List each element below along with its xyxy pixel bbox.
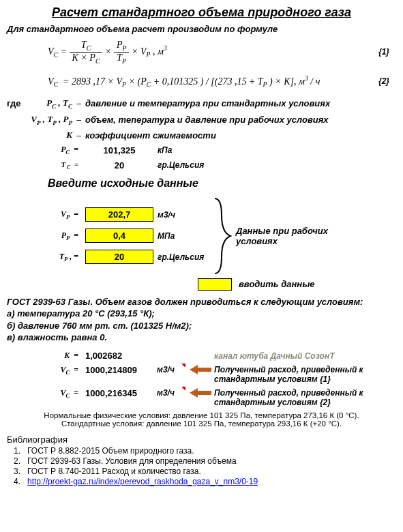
tp-input[interactable]: 20 [85, 250, 153, 264]
bibliography-header: Библиография [7, 434, 396, 445]
page-title: Расчет стандартного объема природного га… [7, 5, 396, 20]
curly-bracket-icon [211, 195, 232, 277]
bib-num: 3. [7, 467, 27, 476]
tp-unit: гр.Цельсия [153, 252, 208, 262]
formula-2: VC = 2893 ,17 × VP × (PC + 0,101325 ) / … [48, 74, 396, 88]
bib-text: ГОСТ Р 8.882-2015 Объем природного газа. [27, 446, 396, 456]
arrow-left-icon [187, 388, 214, 398]
vp-symbol: VP = [7, 209, 85, 220]
tc-unit: гр.Цельсия [153, 160, 208, 170]
vc2-unit: м3/ч [157, 388, 187, 398]
def-desc-1: давление и температура при стандартных у… [85, 98, 396, 108]
pp-symbol: PP = [7, 231, 85, 241]
bib-num: 2. [7, 456, 27, 466]
k-symbol: K = [7, 351, 85, 361]
pc-symbol: PC = [7, 145, 85, 156]
bib-row: 1. ГОСТ Р 8.882-2015 Объем природного га… [7, 446, 396, 456]
def-sym-k: K – [31, 130, 85, 141]
bracket-label: Данные при рабочих условиях [232, 226, 348, 246]
note-2: Стандартные условия: давление 101 325 Па… [7, 419, 396, 428]
gost-line-1: ГОСТ 2939-63 Газы. Объем газов должен пр… [7, 296, 396, 308]
legend-row: вводить данные [198, 278, 396, 291]
vc1-unit: м3/ч [157, 365, 187, 374]
bib-num: 1. [7, 446, 27, 456]
bib-text: ГОСТ 2939-63 Газы. Условия для определен… [27, 456, 396, 466]
vc1-symbol: VC = [7, 365, 85, 376]
def-sym-pc-tc: PC , TC – [31, 98, 85, 110]
vc1-value: 1000,214809 [85, 365, 157, 375]
bib-text: ГОСТ Р 8.740-2011 Расход и количество га… [27, 467, 396, 476]
legend-text: вводить данные [239, 279, 315, 289]
pp-input[interactable]: 0,4 [85, 228, 153, 243]
bib-row: 3. ГОСТ Р 8.740-2011 Расход и количество… [7, 467, 396, 476]
tp-symbol: TP , = [7, 252, 85, 263]
formula-2-body: VC = 2893 ,17 × VP × (PC + 0,101325 ) / … [48, 74, 320, 88]
vc2-symbol: VC = [7, 388, 85, 399]
svg-marker-0 [190, 365, 211, 374]
svg-marker-1 [190, 388, 211, 398]
formula-1-body: VC = TC K × PC × PP TP × VP , м3 [48, 40, 167, 65]
formula-1-number: {1} [378, 47, 396, 57]
input-area: VP = 202,7 м3/ч PP = 0,4 МПа TP , = 20 г… [7, 195, 396, 277]
definitions: где PC , TC – давление и температура при… [7, 98, 396, 171]
bib-row: 4. http://proekt-gaz.ru/index/perevod_ra… [7, 477, 396, 486]
formula-1: VC = TC K × PC × PP TP × VP , м3 {1} [48, 40, 396, 65]
vp-unit: м3/ч [153, 210, 208, 220]
gost-block: ГОСТ 2939-63 Газы. Объем газов должен пр… [7, 296, 396, 344]
vc1-desc: Полученный расход, приведенный к стандар… [214, 365, 396, 384]
arrow-left-icon [187, 365, 214, 374]
gost-line-3: б) давление 760 мм рт. ст. (101325 Н/м2)… [7, 320, 396, 332]
bib-num: 4. [7, 477, 27, 486]
pc-value: 101,325 [85, 145, 153, 156]
pc-unit: кПа [153, 145, 208, 155]
tc-symbol: T C = [7, 160, 85, 171]
bib-link[interactable]: http://proekt-gaz.ru/index/perevod_raskh… [27, 477, 396, 486]
channel-note: канал ютуба Дачный СозонТ [214, 351, 396, 361]
notes: Нормальные физические условия: давление … [7, 411, 396, 428]
note-1: Нормальные физические условия: давление … [7, 411, 396, 419]
vc2-value: 1000,216345 [85, 388, 157, 398]
bib-row: 2. ГОСТ 2939-63 Газы. Условия для опреде… [7, 456, 396, 466]
def-desc-2: объем, тепература и давление при рабочих… [85, 115, 396, 125]
def-desc-3: коэффициент сжимаемости [85, 130, 396, 141]
pp-unit: МПа [153, 231, 208, 241]
def-sym-vp-tp-pp: VP , TP , PP – [31, 114, 85, 126]
gost-line-4: в) влажность равна 0. [7, 331, 396, 344]
vc2-desc: Полученный расход, приведенный к стандар… [214, 388, 396, 407]
tc-value: 20 [85, 160, 153, 171]
legend-color-box [198, 278, 232, 291]
where-label: где [7, 98, 31, 108]
k-value: 1,002682 [85, 351, 157, 361]
input-header: Введите исходные данные [48, 177, 396, 190]
subtitle: Для стандартного объема расчет производи… [7, 24, 396, 34]
note-marker-icon [181, 387, 185, 391]
gost-line-2: а) температура 20 °С (293,15 °К); [7, 308, 396, 320]
vp-input[interactable]: 202,7 [85, 207, 153, 222]
formula-2-number: {2} [378, 76, 396, 86]
note-marker-icon [181, 364, 185, 368]
